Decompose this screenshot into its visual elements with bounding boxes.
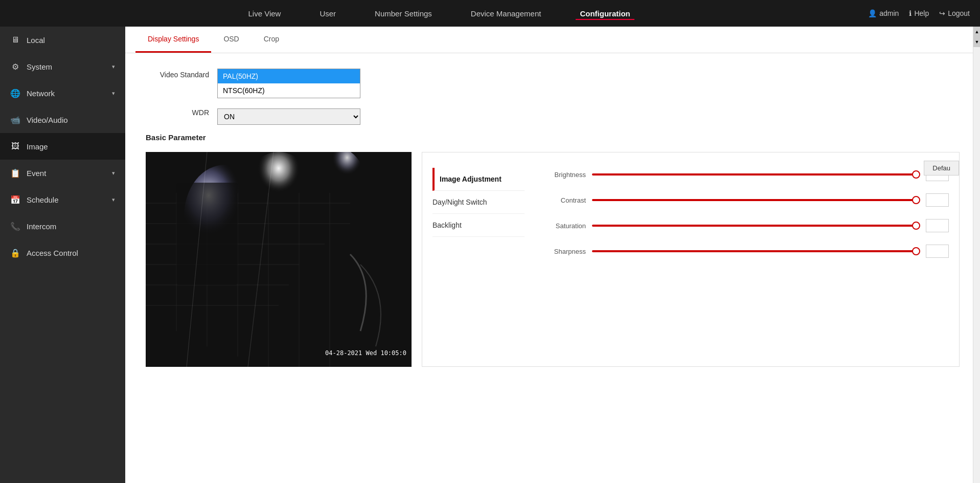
- adj-sliders: Brightness Contrast: [540, 168, 949, 270]
- preview-adjust-row: 04-28-2021 Wed 10:05:0 Defau Image Adjus…: [146, 152, 960, 367]
- contrast-row: Contrast: [540, 193, 949, 207]
- right-panel: Defau Image Adjustment Day/Night Switch …: [422, 152, 960, 367]
- contrast-label: Contrast: [540, 196, 586, 204]
- adj-menu-backlight[interactable]: Backlight: [432, 214, 525, 237]
- basic-parameter-title: Basic Parameter: [146, 133, 960, 142]
- sidebar-label-local: Local: [27, 36, 115, 45]
- sidebar-item-intercom[interactable]: 📞 Intercom: [0, 213, 125, 239]
- sidebar-item-event[interactable]: 📋 Event ▾: [0, 160, 125, 186]
- wdr-control: ON OFF: [217, 106, 360, 125]
- tab-osd[interactable]: OSD: [211, 27, 251, 53]
- event-icon: 📋: [10, 168, 20, 178]
- adj-menu-day-night[interactable]: Day/Night Switch: [432, 191, 525, 214]
- scroll-up-button[interactable]: ▲: [973, 27, 980, 37]
- dropdown-option-pal[interactable]: PAL(50HZ): [218, 69, 360, 83]
- brightness-track[interactable]: [592, 173, 920, 175]
- nav-configuration[interactable]: Configuration: [576, 7, 634, 20]
- wdr-label: WDR: [146, 106, 217, 117]
- intercom-icon: 📞: [10, 221, 20, 231]
- default-button[interactable]: Defau: [924, 161, 959, 175]
- contrast-value[interactable]: [926, 193, 949, 207]
- nav-number-settings[interactable]: Number Settings: [371, 7, 436, 20]
- sidebar-item-video-audio[interactable]: 📹 Video/Audio: [0, 106, 125, 133]
- video-standard-row: Video Standard PAL(50HZ) NTSC(60HZ): [146, 69, 960, 98]
- sidebar-label-schedule: Schedule: [27, 195, 106, 204]
- video-standard-dropdown[interactable]: PAL(50HZ) NTSC(60HZ): [217, 69, 360, 98]
- dropdown-option-ntsc[interactable]: NTSC(60HZ): [218, 83, 360, 98]
- brightness-row: Brightness: [540, 168, 949, 181]
- video-icon: 📹: [10, 115, 20, 125]
- sidebar: 🖥 Local ⚙ System ▾ 🌐 Network ▾ 📹 Video/A…: [0, 27, 125, 483]
- wdr-select[interactable]: ON OFF: [217, 108, 360, 125]
- scrollbar[interactable]: ▲ ▼: [973, 27, 980, 483]
- saturation-value[interactable]: [926, 219, 949, 232]
- video-standard-label: Video Standard: [146, 69, 217, 79]
- chevron-down-icon-network: ▾: [112, 90, 115, 97]
- schedule-icon: 📅: [10, 194, 20, 205]
- chevron-down-icon-event: ▾: [112, 170, 115, 177]
- logout-link[interactable]: ↪ Logout: [939, 9, 970, 17]
- main-layout: 🖥 Local ⚙ System ▾ 🌐 Network ▾ 📹 Video/A…: [0, 27, 980, 483]
- tab-crop[interactable]: Crop: [252, 27, 291, 53]
- sharpness-thumb[interactable]: [912, 247, 920, 255]
- user-icon: 👤: [868, 9, 877, 17]
- sidebar-label-intercom: Intercom: [27, 222, 115, 231]
- tab-display-settings[interactable]: Display Settings: [135, 27, 211, 53]
- sharpness-label: Sharpness: [540, 248, 586, 255]
- chevron-down-icon: ▾: [112, 63, 115, 70]
- dropdown-list: PAL(50HZ) NTSC(60HZ): [217, 69, 360, 98]
- saturation-label: Saturation: [540, 222, 586, 230]
- scroll-down-button[interactable]: ▼: [973, 37, 980, 47]
- contrast-thumb[interactable]: [912, 196, 920, 204]
- sharpness-track[interactable]: [592, 250, 920, 252]
- top-navigation: Live View User Number Settings Device Ma…: [0, 0, 980, 27]
- logout-label: Logout: [948, 9, 970, 17]
- image-adj-sections: Image Adjustment Day/Night Switch Backli…: [432, 168, 949, 270]
- sidebar-item-schedule[interactable]: 📅 Schedule ▾: [0, 186, 125, 213]
- settings-content: Video Standard PAL(50HZ) NTSC(60HZ) WDR …: [125, 53, 980, 382]
- camera-feed-svg: [146, 152, 412, 367]
- sidebar-label-network: Network: [27, 89, 106, 98]
- sidebar-label-system: System: [27, 62, 106, 71]
- tabs-bar: Display Settings OSD Crop: [125, 27, 980, 53]
- sidebar-item-system[interactable]: ⚙ System ▾: [0, 53, 125, 80]
- chevron-down-icon-schedule: ▾: [112, 196, 115, 203]
- lock-icon: 🔒: [10, 248, 20, 258]
- help-label: Help: [914, 9, 929, 17]
- info-icon: ℹ: [909, 9, 911, 17]
- sidebar-item-local[interactable]: 🖥 Local: [0, 27, 125, 53]
- sidebar-label-image: Image: [27, 142, 115, 151]
- saturation-row: Saturation: [540, 219, 949, 232]
- monitor-icon: 🖥: [10, 35, 20, 45]
- svg-rect-16: [176, 183, 238, 285]
- saturation-thumb[interactable]: [912, 222, 920, 230]
- nav-user[interactable]: User: [315, 7, 340, 20]
- video-standard-control: PAL(50HZ) NTSC(60HZ): [217, 69, 360, 98]
- sidebar-label-video-audio: Video/Audio: [27, 116, 115, 124]
- adj-menu-image-adjustment[interactable]: Image Adjustment: [432, 168, 525, 191]
- sidebar-item-image[interactable]: 🖼 Image: [0, 133, 125, 160]
- globe-icon: 🌐: [10, 88, 20, 98]
- camera-preview: 04-28-2021 Wed 10:05:0: [146, 152, 412, 367]
- wdr-row: WDR ON OFF: [146, 106, 960, 125]
- brightness-label: Brightness: [540, 171, 586, 179]
- top-nav-right: 👤 admin ℹ Help ↪ Logout: [868, 9, 970, 17]
- adj-menu: Image Adjustment Day/Night Switch Backli…: [432, 168, 525, 270]
- svg-point-14: [243, 152, 314, 234]
- sharpness-value[interactable]: [926, 245, 949, 258]
- camera-timestamp: 04-28-2021 Wed 10:05:0: [325, 349, 406, 357]
- sidebar-item-access-control[interactable]: 🔒 Access Control: [0, 239, 125, 266]
- logout-icon: ↪: [939, 9, 945, 17]
- admin-link[interactable]: 👤 admin: [868, 9, 899, 17]
- brightness-thumb[interactable]: [912, 170, 920, 179]
- contrast-track[interactable]: [592, 199, 920, 201]
- sidebar-label-event: Event: [27, 169, 106, 178]
- sidebar-item-network[interactable]: 🌐 Network ▾: [0, 80, 125, 106]
- nav-live-view[interactable]: Live View: [244, 7, 285, 20]
- nav-device-management[interactable]: Device Management: [467, 7, 545, 20]
- sidebar-label-access-control: Access Control: [27, 249, 115, 257]
- nav-menu: Live View User Number Settings Device Ma…: [10, 7, 868, 20]
- help-link[interactable]: ℹ Help: [909, 9, 929, 17]
- admin-label: admin: [879, 9, 899, 17]
- saturation-track[interactable]: [592, 225, 920, 227]
